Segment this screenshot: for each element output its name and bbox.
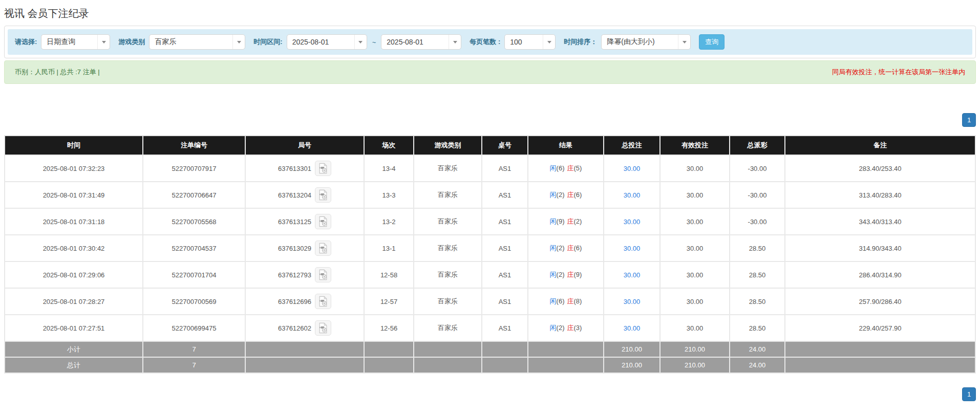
- page-1-button[interactable]: 1: [962, 387, 976, 401]
- game-type-dropdown[interactable]: 百家乐: [149, 34, 245, 50]
- video-replay-button[interactable]: [315, 214, 331, 229]
- currency-total-text: 币别：人民币 | 总共 :7 注单 |: [15, 68, 100, 77]
- result-player-label: 闲: [550, 191, 557, 199]
- date-from-picker[interactable]: 2025-08-01: [287, 34, 367, 50]
- result-banker-value: (2): [574, 217, 582, 225]
- filter-bar: 请选择: 日期查询 游戏类别 百家乐 时间区间: 2025-08-01 ~ 20…: [8, 29, 972, 55]
- total-bet-link[interactable]: 30.00: [624, 298, 641, 305]
- cell-valid-bet: 30.00: [660, 155, 730, 182]
- bet-records-table: 时间 注单编号 局号 场次 游戏类别 桌号 结果 总投注 有效投注 总派彩 备注…: [4, 135, 976, 374]
- page-title: 视讯 会员下注纪录: [4, 7, 976, 20]
- cell-total-bet: 30.00: [604, 288, 660, 315]
- total-bet-link[interactable]: 30.00: [624, 245, 641, 252]
- video-replay-button[interactable]: [315, 161, 331, 176]
- sort-dropdown[interactable]: 降幂(由大到小): [601, 34, 691, 50]
- header-table-no: 桌号: [482, 136, 528, 155]
- table-row: 2025-08-01 07:28:27 522700700569 6376126…: [5, 288, 975, 315]
- result-player-value: (9): [557, 217, 565, 225]
- search-button[interactable]: 查询: [699, 34, 725, 50]
- cell-note: 314.90/343.40: [785, 235, 975, 261]
- pagination-top: 1: [4, 113, 976, 127]
- cell-result: 闲(6)庄(8): [528, 288, 604, 315]
- result-player-label: 闲: [550, 217, 557, 225]
- cell-valid-bet: 30.00: [660, 235, 730, 261]
- total-bet-link[interactable]: 30.00: [624, 165, 641, 172]
- page-1-button[interactable]: 1: [962, 113, 976, 127]
- video-replay-button[interactable]: [315, 240, 331, 256]
- video-replay-button[interactable]: [315, 320, 331, 336]
- cell-total-bet: 30.00: [604, 155, 660, 182]
- cell-total-bet: 30.00: [604, 182, 660, 208]
- subtotal-valid-bet: 210.00: [660, 341, 730, 357]
- round-id-text: 637613125: [278, 218, 311, 226]
- cell-order-id: 522700705568: [143, 208, 245, 235]
- video-file-icon: [317, 322, 329, 334]
- pagination-bottom: 1: [4, 387, 976, 401]
- video-file-icon: [317, 296, 329, 307]
- video-replay-button[interactable]: [315, 267, 331, 282]
- chevron-down-icon: [354, 35, 367, 49]
- chevron-down-icon: [543, 35, 555, 49]
- video-replay-button[interactable]: [315, 294, 331, 309]
- table-row: 2025-08-01 07:30:42 522700704537 6376130…: [5, 235, 975, 261]
- filter-group-game-type: 游戏类别 百家乐: [118, 34, 245, 50]
- total-bet-link[interactable]: 30.00: [624, 271, 641, 279]
- sort-value: 降幂(由大到小): [602, 37, 678, 47]
- header-round-id: 局号: [245, 136, 364, 155]
- query-type-label: 请选择:: [15, 37, 37, 47]
- round-id-text: 637613029: [278, 245, 311, 252]
- valid-bet-notice-text: 同局有效投注，统一计算在该局第一张注单内: [832, 68, 965, 77]
- tilde-separator: ~: [370, 38, 378, 46]
- cell-session: 13-4: [364, 155, 414, 182]
- cell-session: 12-57: [364, 288, 414, 315]
- video-file-icon: [317, 269, 329, 280]
- cell-time: 2025-08-01 07:29:06: [5, 261, 143, 288]
- result-banker-label: 庄: [567, 191, 574, 199]
- header-result: 结果: [528, 136, 604, 155]
- table-row: 2025-08-01 07:27:51 522700699475 6376126…: [5, 315, 975, 341]
- page-size-dropdown[interactable]: 100: [504, 34, 556, 50]
- filter-group-page-size: 每页笔数 : 100: [470, 34, 556, 50]
- subtotal-total-bet: 210.00: [604, 341, 660, 357]
- subtotal-label: 小计: [5, 341, 143, 357]
- table-row: 2025-08-01 07:29:06 522700701704 6376127…: [5, 261, 975, 288]
- cell-session: 12-58: [364, 261, 414, 288]
- cell-table-no: AS1: [482, 182, 528, 208]
- chevron-down-icon: [449, 35, 461, 49]
- filter-group-time-range: 时间区间: 2025-08-01 ~ 2025-08-01: [253, 34, 461, 50]
- sort-label: 时间排序：: [564, 37, 597, 47]
- total-payout: 24.00: [730, 357, 785, 373]
- cell-result: 闲(2)庄(3): [528, 315, 604, 341]
- subtotal-count: 7: [143, 341, 245, 357]
- cell-table-no: AS1: [482, 288, 528, 315]
- cell-result: 闲(6)庄(5): [528, 155, 604, 182]
- cell-payout: 28.50: [730, 288, 785, 315]
- cell-time: 2025-08-01 07:31:49: [5, 182, 143, 208]
- header-note: 备注: [785, 136, 975, 155]
- result-banker-label: 庄: [567, 164, 574, 172]
- cell-note: 229.40/257.90: [785, 315, 975, 341]
- cell-payout: 28.50: [730, 235, 785, 261]
- total-bet-link[interactable]: 30.00: [624, 324, 641, 332]
- video-replay-button[interactable]: [315, 187, 331, 203]
- chevron-down-icon: [97, 35, 110, 49]
- cell-valid-bet: 30.00: [660, 208, 730, 235]
- query-type-dropdown[interactable]: 日期查询: [41, 34, 110, 50]
- header-time: 时间: [5, 136, 143, 155]
- result-banker-label: 庄: [567, 324, 574, 332]
- result-player-label: 闲: [550, 164, 557, 172]
- total-bet-link[interactable]: 30.00: [624, 218, 641, 226]
- cell-valid-bet: 30.00: [660, 288, 730, 315]
- cell-game-type: 百家乐: [414, 261, 482, 288]
- total-bet-link[interactable]: 30.00: [624, 191, 641, 199]
- date-to-picker[interactable]: 2025-08-01: [381, 34, 461, 50]
- result-banker-value: (6): [574, 244, 582, 252]
- cell-game-type: 百家乐: [414, 155, 482, 182]
- filter-group-sort: 时间排序： 降幂(由大到小): [564, 34, 691, 50]
- video-file-icon: [317, 189, 329, 201]
- cell-valid-bet: 30.00: [660, 182, 730, 208]
- cell-total-bet: 30.00: [604, 261, 660, 288]
- cell-game-type: 百家乐: [414, 315, 482, 341]
- chevron-down-icon: [678, 35, 690, 49]
- time-range-label: 时间区间:: [253, 37, 282, 47]
